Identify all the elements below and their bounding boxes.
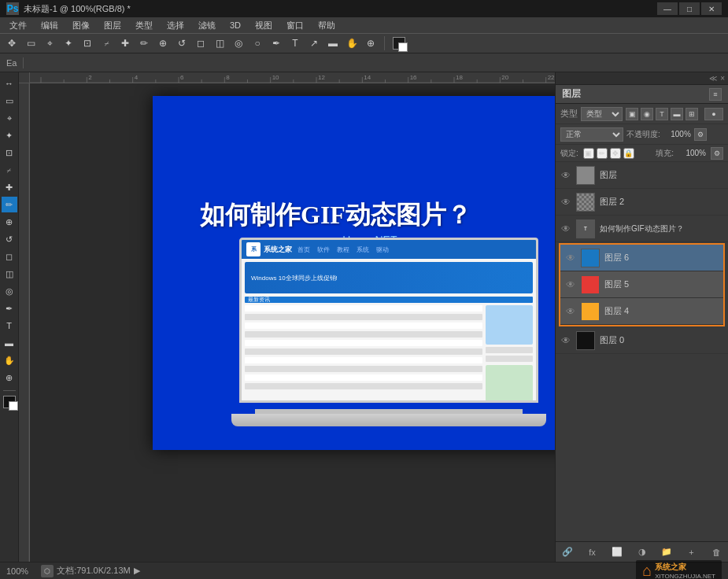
menu-image[interactable]: 图像	[66, 17, 96, 33]
tool-lasso[interactable]: ⌖	[41, 35, 58, 52]
left-tool-shape[interactable]: ▬	[2, 335, 17, 351]
opacity-settings[interactable]: ⚙	[694, 128, 707, 141]
layer-item-0[interactable]: 👁 图层 0	[556, 327, 728, 354]
new-layer-btn[interactable]: +	[685, 545, 699, 559]
tool-brush[interactable]: ✏	[135, 35, 153, 52]
left-tool-pen[interactable]: ✒	[2, 301, 17, 316]
layer-visibility-text[interactable]: 👁	[560, 223, 571, 234]
menu-select[interactable]: 选择	[161, 17, 190, 33]
layer-visibility-top[interactable]: 👁	[560, 170, 571, 181]
tool-shape[interactable]: ▬	[324, 35, 342, 52]
tool-eyedropper[interactable]: ⌿	[98, 35, 115, 52]
menu-3d[interactable]: 3D	[224, 17, 247, 33]
tool-eraser[interactable]: ◻	[192, 35, 209, 52]
layer-item-6[interactable]: 👁 图层 6	[560, 245, 723, 271]
statusbar-arrow[interactable]: ▶	[134, 566, 140, 576]
layer-item-top[interactable]: 👁 图层	[556, 162, 728, 189]
logo-house-icon: ⌂	[642, 562, 652, 579]
tool-move[interactable]: ✥	[3, 35, 20, 52]
layers-panel: 图层 ≡ 类型 类型 名称 效果 模式 属性 ▣ ◉ T	[556, 85, 728, 562]
lock-move-btn[interactable]: ✥	[610, 148, 621, 159]
menu-layer[interactable]: 图层	[98, 17, 127, 33]
filter-icon-group: ▣ ◉ T ▬ ⊞	[626, 108, 698, 120]
tool-heal[interactable]: ✚	[116, 35, 134, 52]
fill-settings[interactable]: ⚙	[711, 147, 723, 160]
menu-view[interactable]: 视图	[249, 17, 279, 33]
left-tool-hand[interactable]: ✋	[2, 352, 17, 368]
left-tool-brush[interactable]: ✏	[2, 197, 17, 212]
delete-layer-btn[interactable]: 🗑	[709, 545, 723, 559]
foreground-color[interactable]	[3, 396, 16, 408]
link-layers-btn[interactable]: 🔗	[560, 545, 575, 559]
layer-visibility-0[interactable]: 👁	[560, 335, 571, 346]
left-tool-3[interactable]: ⌖	[2, 110, 17, 126]
filter-smart-btn[interactable]: ⊞	[686, 108, 698, 120]
minimize-button[interactable]: —	[657, 2, 678, 15]
layer-item-2[interactable]: 👁 图层 2	[556, 189, 728, 216]
filter-shape-btn[interactable]: ▬	[671, 108, 683, 120]
new-group-btn[interactable]: 📁	[660, 545, 674, 559]
tool-crop[interactable]: ⊡	[79, 35, 96, 52]
left-tool-7[interactable]: ✚	[2, 179, 17, 195]
layer-visibility-6[interactable]: 👁	[565, 253, 576, 264]
statusbar-icon[interactable]: ⬡	[41, 565, 54, 577]
layers-panel-title: 图层	[562, 87, 581, 101]
tool-zoom[interactable]: ⊕	[362, 35, 379, 52]
left-tool-text[interactable]: T	[2, 318, 17, 334]
lock-pixel-btn[interactable]: ▣	[583, 148, 594, 159]
layer-item-text[interactable]: 👁 T 如何制作GIF动态图片？	[556, 216, 728, 242]
tool-select-rect[interactable]: ▭	[22, 35, 39, 52]
filter-adjust-btn[interactable]: ◉	[641, 108, 653, 120]
tool-hand[interactable]: ✋	[343, 35, 360, 52]
left-tool-10[interactable]: ↺	[2, 231, 17, 247]
layer-effects-btn[interactable]: fx	[586, 545, 600, 559]
tool-blur[interactable]: ◎	[230, 35, 247, 52]
left-tool-4[interactable]: ✦	[2, 127, 17, 143]
layers-list[interactable]: 👁 图层 👁 图层 2 👁 T 如何制作GIF动态图片？	[556, 162, 728, 541]
tool-path-select[interactable]: ↗	[305, 35, 323, 52]
layer-item-5[interactable]: 👁 图层 5	[560, 271, 723, 298]
blend-mode-select[interactable]: 正常 溶解 变暗 正片叠底 颜色加深 线性加深 变亮 滤色 叠加	[560, 127, 623, 142]
layer-visibility-4[interactable]: 👁	[565, 306, 576, 317]
menu-file[interactable]: 文件	[3, 17, 33, 33]
tool-magic-wand[interactable]: ✦	[60, 35, 77, 52]
menu-type[interactable]: 类型	[129, 17, 159, 33]
filter-text-btn[interactable]: T	[656, 108, 668, 120]
menu-filter[interactable]: 滤镜	[192, 17, 222, 33]
left-tool-1[interactable]: ↔	[2, 76, 17, 91]
left-tool-blur[interactable]: ◎	[2, 283, 17, 299]
fill-value[interactable]: 100%	[678, 149, 706, 157]
tool-dodge[interactable]: ○	[249, 35, 266, 52]
left-tool-5[interactable]: ⊡	[2, 145, 17, 160]
left-tool-eraser[interactable]: ◻	[2, 249, 17, 264]
opacity-value[interactable]: 100%	[663, 130, 691, 138]
tool-clone[interactable]: ⊕	[154, 35, 172, 52]
filter-type-select[interactable]: 类型 名称 效果 模式 属性	[581, 107, 623, 121]
layer-item-4[interactable]: 👁 图层 4	[560, 298, 723, 325]
filter-pixel-btn[interactable]: ▣	[626, 108, 638, 120]
lock-all-btn[interactable]: 🔒	[623, 148, 634, 159]
menu-window[interactable]: 窗口	[280, 17, 310, 33]
maximize-button[interactable]: □	[679, 2, 700, 15]
filter-toggle-btn[interactable]: ●	[704, 108, 723, 120]
lock-brush-btn[interactable]: ✏	[597, 148, 608, 159]
layer-visibility-5[interactable]: 👁	[565, 279, 576, 290]
layer-visibility-2[interactable]: 👁	[560, 197, 571, 208]
left-tool-6[interactable]: ⌿	[2, 162, 17, 178]
left-tool-gradient[interactable]: ◫	[2, 266, 17, 282]
tool-pen[interactable]: ✒	[268, 35, 285, 52]
tool-history-brush[interactable]: ↺	[173, 35, 190, 52]
layer-adjustment-btn[interactable]: ◑	[635, 545, 649, 559]
layer-selection-group: 👁 图层 6 👁 图层 5 👁 图层 4	[559, 243, 725, 326]
tool-gradient[interactable]: ◫	[211, 35, 228, 52]
menu-help[interactable]: 帮助	[312, 17, 342, 33]
layers-header-menu[interactable]: ≡	[709, 88, 722, 101]
close-button[interactable]: ✕	[701, 2, 722, 15]
layer-mask-btn[interactable]: ⬜	[610, 545, 624, 559]
canvas-area[interactable]: // Will be added dynamically 24681012141…	[19, 72, 555, 562]
left-tool-2[interactable]: ▭	[2, 93, 17, 109]
left-tool-zoom[interactable]: ⊕	[2, 370, 17, 385]
menu-edit[interactable]: 编辑	[35, 17, 65, 33]
left-tool-9[interactable]: ⊕	[2, 214, 17, 230]
tool-text[interactable]: T	[286, 35, 304, 52]
